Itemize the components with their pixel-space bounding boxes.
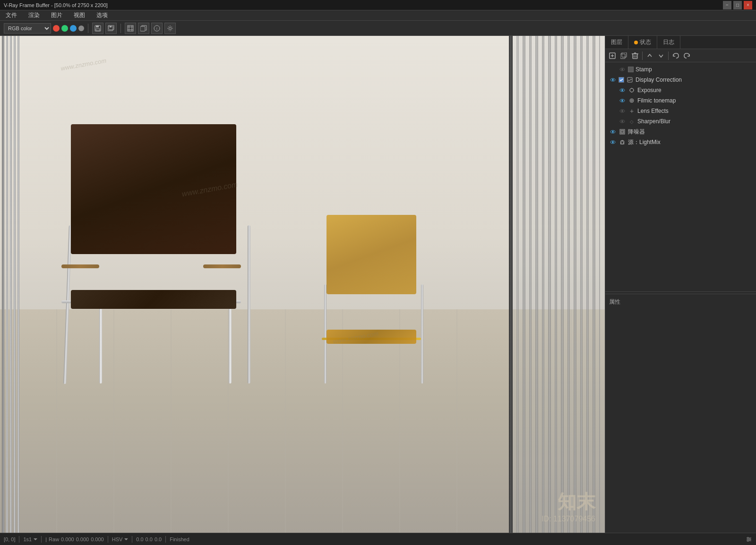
- status-sep-4: [132, 536, 132, 543]
- properties-section: 属性: [605, 294, 756, 310]
- effect-item-display-correction[interactable]: Display Correction: [605, 75, 756, 85]
- right-glass-panel: [510, 36, 605, 533]
- effect-item-exposure[interactable]: Exposure: [605, 85, 756, 95]
- svg-point-42: [622, 111, 623, 112]
- effect-label-denoiser: 降噪器: [628, 128, 645, 136]
- effect-eye-exposure[interactable]: [619, 86, 626, 94]
- status-sep-1: [19, 536, 19, 543]
- effect-eye-denoiser[interactable]: [609, 128, 617, 136]
- effect-checkbox-stamp[interactable]: [628, 67, 634, 72]
- svg-rect-20: [633, 54, 637, 59]
- panel-move-up-button[interactable]: [644, 51, 655, 61]
- svg-marker-53: [34, 538, 37, 540]
- svg-point-14: [169, 27, 172, 29]
- green-channel-dot[interactable]: [61, 25, 68, 32]
- status-hsv-val2: 0.0: [146, 536, 153, 542]
- panel-divider: [509, 36, 513, 533]
- effect-eye-stamp[interactable]: [619, 66, 626, 73]
- background-chair: [315, 185, 447, 384]
- blue-channel-dot[interactable]: [70, 25, 77, 32]
- effect-eye-lightmix[interactable]: [609, 138, 617, 146]
- effect-icon-exposure: [628, 86, 636, 94]
- effect-label-sharpen-blur: Sharpen/Blur: [637, 118, 670, 125]
- close-button[interactable]: ×: [744, 1, 752, 9]
- main-chair: [52, 95, 288, 383]
- menu-bar: 文件 渲染 图片 视图 选项: [0, 10, 756, 21]
- effect-item-stamp[interactable]: Stamp: [605, 64, 756, 75]
- effect-item-denoiser[interactable]: 降噪器: [605, 127, 756, 137]
- tab-log[interactable]: 日志: [657, 36, 680, 49]
- effect-icon-display-correction: [626, 76, 634, 84]
- save-all-button[interactable]: [105, 23, 117, 34]
- panel-sep-1: [642, 51, 643, 60]
- status-zoom[interactable]: 1s1: [23, 536, 37, 542]
- tab-status[interactable]: 状态: [628, 36, 657, 49]
- tab-log-label: 日志: [663, 38, 674, 46]
- svg-point-28: [612, 79, 614, 81]
- panel-move-down-button[interactable]: [656, 51, 666, 61]
- svg-rect-2: [96, 29, 100, 31]
- menu-options[interactable]: 选项: [94, 10, 110, 20]
- svg-point-32: [630, 88, 634, 92]
- red-channel-dot[interactable]: [53, 25, 60, 32]
- window-controls[interactable]: − □ ×: [723, 1, 752, 9]
- tab-layers[interactable]: 图层: [605, 36, 628, 49]
- effect-label-lens-effects: Lens Effects: [637, 108, 669, 114]
- status-hsv-val1: 0.0: [136, 536, 143, 542]
- effect-item-lens-effects[interactable]: + Lens Effects: [605, 106, 756, 116]
- effects-list: Stamp Display Correction: [605, 62, 756, 290]
- svg-point-44: [622, 121, 623, 122]
- settings-button[interactable]: [164, 23, 176, 34]
- menu-render[interactable]: 渲染: [26, 10, 42, 20]
- svg-rect-1: [96, 26, 99, 27]
- status-settings-icon[interactable]: [746, 536, 752, 543]
- effect-icon-filmic-tonemap: [628, 97, 636, 104]
- status-val2: 0.000: [76, 536, 89, 542]
- svg-rect-18: [620, 54, 625, 59]
- right-panel-bars: [512, 36, 605, 533]
- save-button[interactable]: [92, 23, 103, 34]
- maximize-button[interactable]: □: [733, 1, 742, 9]
- status-hsv-vals: 0.0 0.0 0.0: [136, 536, 162, 542]
- svg-text:i: i: [156, 26, 157, 31]
- panel-clone-button[interactable]: [619, 51, 629, 61]
- effect-item-sharpen-blur[interactable]: ◇ Sharpen/Blur: [605, 116, 756, 127]
- effect-eye-filmic-tonemap[interactable]: [619, 97, 626, 104]
- status-sep-3: [108, 536, 108, 543]
- effect-eye-sharpen-blur[interactable]: [619, 118, 626, 125]
- svg-rect-5: [110, 26, 112, 27]
- svg-marker-54: [124, 538, 128, 540]
- title-bar: V-Ray Frame Buffer - [50.0% of 2750 x 22…: [0, 0, 756, 10]
- menu-file[interactable]: 文件: [4, 10, 19, 20]
- status-mode-label: |: [45, 536, 47, 542]
- panel-undo-button[interactable]: [670, 51, 681, 61]
- tab-status-label: 状态: [640, 38, 651, 46]
- svg-rect-19: [622, 52, 627, 57]
- effect-label-filmic-tonemap: Filmic tonemap: [637, 97, 676, 104]
- svg-point-26: [622, 69, 623, 70]
- effect-label-exposure: Exposure: [637, 87, 662, 94]
- effect-item-filmic-tonemap[interactable]: Filmic tonemap: [605, 95, 756, 106]
- effect-eye-lens-effects[interactable]: [619, 107, 626, 115]
- effect-eye-display-correction[interactable]: [609, 76, 617, 84]
- menu-image[interactable]: 图片: [49, 10, 64, 20]
- region-button[interactable]: [125, 23, 136, 34]
- panel-delete-button[interactable]: [630, 51, 640, 61]
- minimize-button[interactable]: −: [723, 1, 731, 9]
- info-button[interactable]: i: [151, 23, 163, 34]
- status-bar: [0, 0] 1s1 | Raw 0.000 0.000 0.000 HSV 0…: [0, 533, 756, 545]
- status-mode: | Raw 0.000 0.000 0.000: [45, 536, 103, 542]
- effect-checkbox-display-correction[interactable]: [619, 77, 624, 83]
- menu-view[interactable]: 视图: [72, 10, 87, 20]
- copy-button[interactable]: [138, 23, 149, 34]
- svg-rect-6: [128, 26, 133, 31]
- settings-icon: [746, 536, 752, 543]
- left-bars: [0, 36, 28, 533]
- alpha-channel-dot[interactable]: [78, 26, 84, 31]
- panel-add-button[interactable]: [607, 51, 618, 61]
- panel-tabs: 图层 状态 日志: [605, 36, 756, 49]
- effect-item-lightmix[interactable]: 源：LightMix: [605, 137, 756, 147]
- channel-select[interactable]: RGB color: [4, 23, 51, 34]
- status-colormode[interactable]: HSV: [112, 536, 129, 542]
- panel-redo-button[interactable]: [682, 51, 692, 61]
